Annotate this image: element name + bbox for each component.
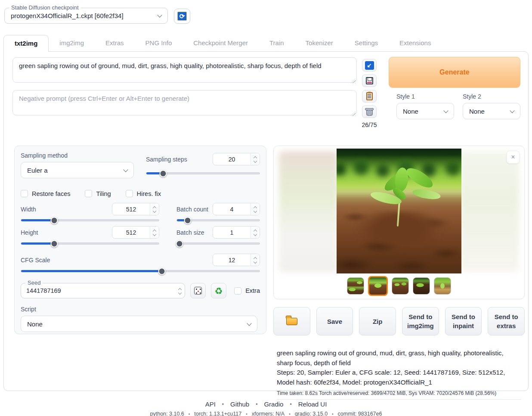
output-column: × Save Zip Send t [273,146,525,400]
dimensions-left: Width 512 [21,203,159,249]
tab-train[interactable]: Train [259,35,295,51]
floppy-disk-icon [366,77,373,84]
spinner-icon[interactable] [176,283,185,298]
tab-txt2img[interactable]: txt2img [3,35,49,52]
width-slider[interactable] [21,219,159,221]
prompt-input[interactable]: green sapling rowing out of ground, mud,… [12,57,357,83]
api-link[interactable]: API [205,400,216,408]
open-folder-button[interactable] [273,307,310,335]
cfg-scale-label: CFG Scale [21,257,50,264]
send-to-extras-button[interactable]: Send to extras [488,307,525,335]
image-gallery: × [273,146,525,299]
height-label: Height [21,229,38,236]
batch-count-slider[interactable] [176,219,260,221]
restore-faces-label: Restore faces [32,190,70,197]
chevron-down-icon [123,167,128,172]
spinner-icon[interactable] [251,203,260,215]
restore-faces-checkbox[interactable]: Restore faces [21,190,70,197]
tab-png-info[interactable]: PNG Info [135,35,183,51]
spinner-icon[interactable] [251,153,260,165]
clear-prompt-button[interactable] [362,106,377,118]
separator-dot: • [222,401,224,407]
batch-size-label: Batch size [176,229,204,236]
paste-params-button[interactable]: ↙ [362,59,377,71]
info-performance-text: Time taken: 8.62s Torch active/reserved:… [277,390,521,400]
tab-tokenizer[interactable]: Tokenizer [295,35,344,51]
batch-size-slider[interactable] [176,242,260,245]
arrow-down-left-icon: ↙ [365,61,374,70]
hires-fix-checkbox[interactable]: Hires. fix [126,190,161,197]
thumbnail-3[interactable] [392,277,409,295]
tab-extras[interactable]: Extras [95,35,135,51]
negative-prompt-input[interactable] [12,90,357,115]
tab-checkpoint-merger[interactable]: Checkpoint Merger [182,35,259,51]
close-icon: × [511,153,515,161]
cfg-scale-input[interactable]: 12 [213,254,260,266]
gradio-version: gradio: 3.15.0 [295,411,328,416]
reuse-seed-button[interactable]: ♻ [211,283,226,298]
sampling-steps-input[interactable]: 20 [213,153,260,165]
checkpoint-dropdown[interactable]: Stable Diffusion checkpoint protogenX34O… [4,8,168,24]
app-root: Stable Diffusion checkpoint protogenX34O… [0,0,532,416]
refresh-checkpoint-button[interactable]: ⟳ [174,9,190,24]
slider-handle[interactable] [50,240,58,247]
save-style-button[interactable] [362,75,377,87]
tab-img2img[interactable]: img2img [49,35,95,51]
cfg-scale-slider[interactable] [21,270,260,272]
slider-handle[interactable] [50,217,58,224]
sampling-method-dropdown[interactable]: Euler a [21,162,134,178]
apply-style-button[interactable] [362,90,377,102]
prompt-tools-column: ↙ 26/75 [357,56,382,128]
width-input[interactable]: 512 [112,203,159,215]
style2-dropdown[interactable]: None [463,103,520,119]
prompt-wrap: green sapling rowing out of ground, mud,… [12,57,357,84]
slider-handle[interactable] [176,240,183,247]
spinner-icon[interactable] [251,227,260,238]
send-to-img2img-button[interactable]: Send to img2img [402,307,439,335]
slider-handle[interactable] [158,267,165,275]
output-buttons-row: Save Zip Send to img2img Send to inpaint… [273,307,525,335]
separator-dot: • [289,412,291,416]
spinner-icon[interactable] [150,227,159,238]
chevron-down-icon [443,108,448,113]
height-slider[interactable] [21,242,159,245]
refresh-icon: ⟳ [177,12,187,21]
random-seed-button[interactable] [190,283,206,298]
settings-card: Sampling method Euler a Sampling steps 2… [14,146,266,334]
reload-ui-link[interactable]: Reload UI [298,400,327,408]
style1-dropdown[interactable]: None [396,103,454,119]
tiling-checkbox[interactable]: Tiling [85,190,111,197]
sampling-row: Sampling method Euler a Sampling steps 2… [21,152,260,178]
thumbnail-2-selected[interactable] [368,276,388,296]
generated-image[interactable] [337,149,461,273]
tab-settings[interactable]: Settings [344,35,389,51]
send-to-inpaint-button[interactable]: Send to inpaint [445,307,482,335]
save-button[interactable]: Save [316,307,353,335]
spinner-icon[interactable] [251,254,260,266]
gradio-link[interactable]: Gradio [264,400,283,408]
generate-button[interactable]: Generate [389,57,520,88]
zip-button[interactable]: Zip [359,307,396,335]
thumbnail-4[interactable] [413,277,430,295]
checkpoint-value: protogenX34OfficialR_1.ckpt [60fe2f34] [11,12,158,19]
generate-column: Generate Style 1 None Style 2 None [389,57,520,128]
separator-dot: • [290,401,291,407]
cfg-scale-field: CFG Scale 12 [21,254,260,272]
extra-seed-checkbox[interactable]: Extra [234,287,260,295]
seed-input[interactable]: Seed 1441787169 [21,283,185,298]
batch-size-input[interactable]: 1 [213,226,260,239]
thumbnail-5[interactable] [434,277,451,295]
sampling-steps-label: Sampling steps [146,156,187,163]
slider-handle[interactable] [184,217,191,224]
batch-count-input[interactable]: 4 [213,203,260,215]
spinner-icon[interactable] [150,203,159,215]
thumbnail-1[interactable] [347,277,364,295]
close-gallery-button[interactable]: × [507,151,520,164]
tab-extensions[interactable]: Extensions [389,35,442,51]
script-dropdown[interactable]: None [21,316,257,332]
sampling-steps-slider[interactable] [146,172,260,174]
height-input[interactable]: 512 [112,226,159,239]
github-link[interactable]: Github [230,400,249,408]
batch-size-value: 1 [213,229,251,236]
slider-handle[interactable] [160,170,167,177]
